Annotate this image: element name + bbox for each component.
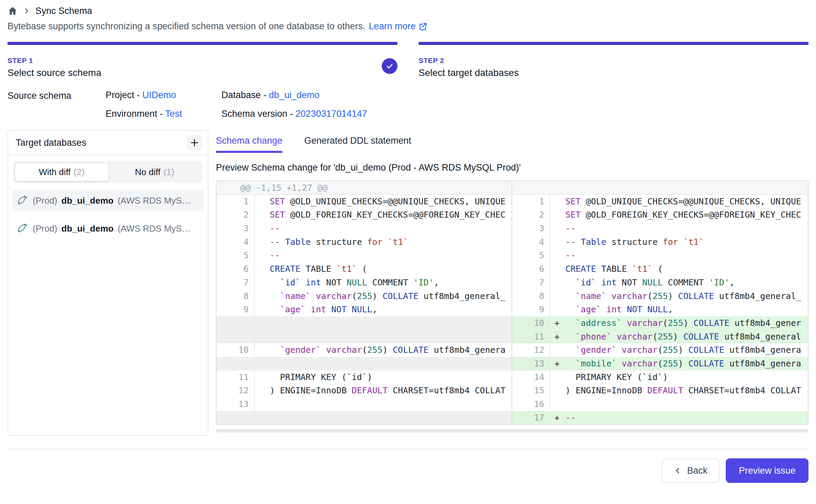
preview-title: Preview Schema change for 'db_ui_demo (P… bbox=[216, 162, 809, 173]
tab-no-diff[interactable]: No diff (1) bbox=[108, 163, 201, 181]
diff-row bbox=[217, 316, 512, 330]
target-database-item-1[interactable]: (Prod) db_ui_demo (AWS RDS MyS… bbox=[12, 190, 204, 211]
diff-marker bbox=[550, 276, 565, 289]
code-line: `id` int NOT NULL COMMENT 'ID', bbox=[254, 276, 512, 289]
code-line: CREATE TABLE `t1` ( bbox=[254, 262, 512, 276]
footer-divider bbox=[7, 449, 809, 450]
diff-row: 10+ `address` varchar(255) COLLATE utf8m… bbox=[512, 316, 808, 330]
diff-marker bbox=[255, 276, 270, 289]
diff-marker bbox=[255, 371, 270, 384]
target-databases-title: Target databases bbox=[16, 138, 86, 148]
diff-row: 1SET @OLD_UNIQUE_CHECKS=@@UNIQUE_CHECKS,… bbox=[217, 195, 512, 208]
code-line: SET @OLD_FOREIGN_KEY_CHECKS=@@FOREIGN_KE… bbox=[254, 208, 512, 222]
line-number: 10 bbox=[512, 316, 550, 330]
diff-marker bbox=[255, 249, 270, 262]
diff-marker bbox=[550, 222, 565, 235]
diff-marker bbox=[550, 235, 565, 249]
chevron-left-icon bbox=[674, 467, 681, 474]
diff-row: 2SET @OLD_FOREIGN_KEY_CHECKS=@@FOREIGN_K… bbox=[217, 208, 512, 222]
step-1-label: STEP 1 bbox=[7, 57, 397, 65]
diff-row: 7 `id` int NOT NULL COMMENT 'ID', bbox=[512, 276, 808, 289]
step-2-title: Select target databases bbox=[419, 67, 809, 78]
step-2: STEP 2 Select target databases bbox=[419, 42, 809, 78]
diff-pane-target: 1SET @OLD_UNIQUE_CHECKS=@@UNIQUE_CHECKS,… bbox=[512, 181, 808, 424]
diff-filler-line bbox=[254, 411, 512, 425]
preview-tabs: Schema change Generated DDL statement bbox=[216, 130, 809, 153]
diff-row: 15) ENGINE=InnoDB DEFAULT CHARSET=utf8mb… bbox=[512, 384, 808, 397]
page-description: Bytebase supports synchronizing a specif… bbox=[7, 21, 809, 32]
line-number: 4 bbox=[512, 235, 550, 249]
line-number bbox=[217, 357, 254, 371]
add-target-database-button[interactable] bbox=[187, 135, 202, 151]
line-number: 13 bbox=[217, 397, 254, 411]
line-number: 9 bbox=[512, 303, 550, 316]
code-line: PRIMARY KEY (`id`) bbox=[550, 371, 808, 384]
back-button[interactable]: Back bbox=[662, 458, 720, 483]
diff-row: 10 `gender` varchar(255) COLLATE utf8mb4… bbox=[217, 343, 512, 357]
diff-marker: + bbox=[550, 330, 565, 344]
diff-horizontal-scrollbar[interactable] bbox=[216, 429, 809, 432]
diff-row: 7 `id` int NOT NULL COMMENT 'ID', bbox=[217, 276, 512, 289]
line-number: 15 bbox=[512, 384, 550, 397]
line-number: 1 bbox=[217, 195, 254, 208]
diff-row: 12 `gender` varchar(255) COLLATE utf8mb4… bbox=[512, 343, 808, 357]
schema-version-link[interactable]: 20230317014147 bbox=[296, 109, 367, 119]
diff-marker bbox=[255, 195, 270, 208]
environment-link[interactable]: Test bbox=[165, 109, 182, 119]
line-number: 7 bbox=[217, 276, 254, 289]
external-link-icon bbox=[419, 22, 427, 31]
home-icon[interactable] bbox=[7, 6, 18, 16]
diff-marker bbox=[550, 384, 565, 397]
diff-row: 11+ `phone` varchar(255) COLLATE utf8mb4… bbox=[512, 330, 808, 344]
code-line: -- bbox=[254, 222, 512, 235]
diff-marker bbox=[550, 343, 565, 357]
diff-marker bbox=[255, 357, 270, 371]
breadcrumb: Sync Schema bbox=[7, 0, 809, 16]
line-number: 2 bbox=[217, 208, 254, 222]
code-line: `name` varchar(255) COLLATE utf8mb4_gene… bbox=[254, 289, 512, 303]
diff-marker bbox=[550, 303, 565, 316]
description-text: Bytebase supports synchronizing a specif… bbox=[7, 21, 365, 32]
line-number bbox=[217, 411, 254, 425]
tab-schema-change[interactable]: Schema change bbox=[216, 136, 282, 153]
added-code-line: + `mobile` varchar(255) COLLATE utf8mb4_… bbox=[550, 357, 808, 371]
code-line: PRIMARY KEY (`id`) bbox=[254, 371, 512, 384]
diff-marker bbox=[255, 330, 270, 344]
database-link[interactable]: db_ui_demo bbox=[269, 90, 320, 100]
diff-row: 3-- bbox=[217, 222, 512, 235]
tab-with-diff[interactable]: With diff (2) bbox=[15, 163, 108, 181]
code-line: CREATE TABLE `t1` ( bbox=[550, 262, 808, 276]
line-number: 17 bbox=[512, 411, 550, 425]
diff-row: 11 PRIMARY KEY (`id`) bbox=[217, 371, 512, 384]
line-number: 9 bbox=[217, 303, 254, 316]
code-line: `gender` varchar(255) COLLATE utf8mb4_ge… bbox=[550, 343, 808, 357]
target-database-item-2[interactable]: (Prod) db_ui_demo (AWS RDS MyS… bbox=[12, 218, 204, 239]
line-number: 5 bbox=[217, 249, 254, 262]
project-link[interactable]: UIDemo bbox=[142, 90, 176, 100]
step-2-label: STEP 2 bbox=[419, 57, 809, 65]
diff-row: 2SET @OLD_FOREIGN_KEY_CHECKS=@@FOREIGN_K… bbox=[512, 208, 808, 222]
diff-marker bbox=[255, 235, 270, 249]
diff-row: 5-- bbox=[217, 249, 512, 262]
preview-issue-button[interactable]: Preview issue bbox=[726, 458, 809, 483]
code-line: `age` int NOT NULL, bbox=[254, 303, 512, 316]
diff-row: 6CREATE TABLE `t1` ( bbox=[512, 262, 808, 276]
added-code-line: + `address` varchar(255) COLLATE utf8mb4… bbox=[550, 316, 808, 330]
source-schema-summary: Source schema Project - UIDemo Environme… bbox=[7, 90, 809, 119]
diff-marker bbox=[255, 262, 270, 276]
tab-generated-ddl[interactable]: Generated DDL statement bbox=[304, 136, 411, 153]
diff-marker bbox=[255, 316, 270, 330]
diff-marker bbox=[255, 384, 270, 397]
code-line: ) ENGINE=InnoDB DEFAULT CHARSET=utf8mb4 … bbox=[254, 384, 512, 397]
diff-row bbox=[512, 181, 808, 195]
diff-filler-line bbox=[254, 330, 512, 344]
target-database-list: (Prod) db_ui_demo (AWS RDS MyS… (Prod) d… bbox=[8, 185, 208, 251]
code-line: -- Table structure for `t1` bbox=[254, 235, 512, 249]
diff-row bbox=[217, 411, 512, 425]
diff-row: 8 `name` varchar(255) COLLATE utf8mb4_ge… bbox=[217, 289, 512, 303]
diff-pane-source: @@ -1,15 +1,27 @@1SET @OLD_UNIQUE_CHECKS… bbox=[217, 181, 512, 424]
line-number: 11 bbox=[217, 371, 254, 384]
diff-marker bbox=[255, 411, 270, 425]
learn-more-link[interactable]: Learn more bbox=[369, 21, 427, 32]
diff-row: 9 `age` int NOT NULL, bbox=[217, 303, 512, 316]
